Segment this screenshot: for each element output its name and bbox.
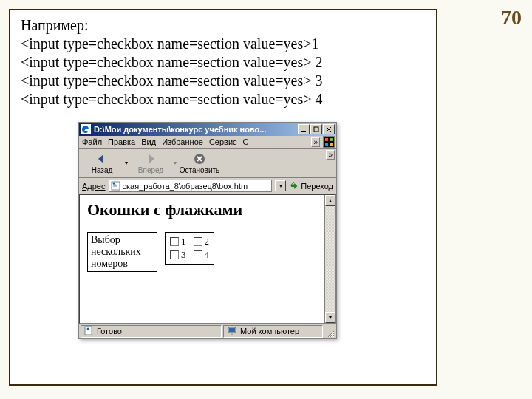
scroll-track[interactable] [325, 206, 335, 312]
dropdown-arrow-icon[interactable]: ▾ [125, 160, 128, 166]
go-arrow-icon [289, 181, 299, 191]
back-button[interactable]: Назад [82, 151, 122, 174]
slide-frame: Например: <input type=checkbox name=sect… [9, 9, 437, 386]
page-heading: Окошки с флажками [87, 201, 328, 219]
form-label: Выбор нескольких номеров [87, 232, 157, 272]
address-label: Адрес [82, 182, 106, 191]
menu-bar: Файл Правка Вид Избранное Сервис С » [79, 136, 336, 149]
menu-view[interactable]: Вид [141, 137, 156, 146]
maximize-button[interactable] [310, 124, 322, 134]
back-arrow-icon [95, 151, 109, 166]
menu-help[interactable]: С [243, 137, 249, 146]
address-input[interactable]: ская_работа_8\образец8\box.htm [109, 180, 273, 192]
svg-rect-2 [325, 138, 328, 141]
close-button[interactable] [323, 124, 335, 134]
stop-button[interactable]: Остановить [180, 151, 219, 174]
menu-favorites[interactable]: Избранное [162, 137, 203, 146]
toolbar: Назад ▾ Вперед ▾ Остановить » [79, 149, 336, 178]
page-icon [84, 326, 94, 337]
status-bar: Готово Мой компьютер [79, 324, 336, 338]
checkbox-1[interactable]: 1 [170, 236, 186, 248]
stop-label: Остановить [180, 166, 220, 174]
menu-overflow-icon[interactable]: » [311, 137, 320, 147]
address-bar: Адрес ская_работа_8\образец8\box.htm ▾ П… [79, 178, 336, 194]
code-example: Например: <input type=checkbox name=sect… [21, 16, 426, 109]
browser-window: D:\Мои документы\конкурс учебник ново...… [78, 122, 337, 339]
svg-rect-4 [325, 143, 328, 146]
stop-icon [192, 151, 207, 166]
forward-arrow-icon [143, 151, 158, 166]
address-value: ская_работа_8\образец8\box.htm [123, 182, 248, 191]
computer-icon [227, 326, 237, 337]
dropdown-arrow-icon[interactable]: ▾ [174, 160, 177, 166]
ie-icon [81, 124, 91, 134]
go-button[interactable]: Переход [289, 181, 333, 191]
svg-rect-12 [229, 328, 235, 332]
titlebar[interactable]: D:\Мои документы\конкурс учебник ново... [79, 123, 336, 136]
code-line-2: <input type=checkbox name=section value=… [21, 53, 426, 72]
code-line-3: <input type=checkbox name=section value=… [21, 72, 426, 90]
page-content: Окошки с флажками Выбор нескольких номер… [79, 194, 336, 324]
menu-edit[interactable]: Правка [108, 137, 135, 146]
svg-point-10 [87, 327, 89, 330]
checkbox-icon [170, 237, 179, 246]
checkbox-icon [194, 237, 202, 246]
status-zone-text: Мой компьютер [240, 327, 299, 335]
status-zone-pane: Мой компьютер [223, 325, 323, 338]
status-ready-text: Готово [97, 327, 122, 335]
checkbox-3[interactable]: 3 [170, 249, 186, 261]
address-dropdown-button[interactable]: ▾ [275, 180, 286, 191]
svg-rect-13 [231, 333, 233, 335]
code-intro: Например: [21, 16, 426, 35]
windows-flag-icon [323, 136, 335, 148]
forward-label: Вперед [138, 166, 163, 174]
svg-rect-5 [330, 143, 332, 146]
window-title: D:\Мои документы\конкурс учебник ново... [94, 125, 298, 134]
checkbox-2[interactable]: 2 [194, 236, 210, 248]
code-line-4: <input type=checkbox name=section value=… [21, 90, 426, 109]
checkbox-icon [170, 250, 179, 259]
svg-rect-3 [330, 138, 332, 141]
status-ready-pane: Готово [81, 325, 222, 338]
minimize-button[interactable] [298, 124, 310, 134]
slide-number: 70 [501, 6, 522, 30]
svg-point-8 [112, 183, 115, 185]
resize-grip-icon[interactable] [324, 325, 335, 338]
svg-rect-1 [314, 127, 318, 132]
menu-file[interactable]: Файл [82, 137, 102, 146]
forward-button[interactable]: Вперед [131, 151, 171, 174]
checkbox-4[interactable]: 4 [194, 249, 210, 261]
go-label: Переход [301, 182, 333, 191]
scroll-up-button[interactable]: ▴ [325, 195, 335, 206]
back-label: Назад [92, 166, 113, 174]
svg-rect-0 [301, 131, 306, 132]
vertical-scrollbar[interactable]: ▴ ▾ [324, 195, 335, 323]
menu-tools[interactable]: Сервис [209, 137, 237, 146]
checkbox-grid: 1 2 3 4 [165, 232, 214, 265]
page-icon [111, 181, 120, 191]
scroll-down-button[interactable]: ▾ [325, 312, 335, 323]
toolbar-overflow-icon[interactable]: » [326, 150, 335, 160]
checkbox-icon [194, 250, 202, 259]
code-line-1: <input type=checkbox name=section value=… [21, 35, 426, 53]
